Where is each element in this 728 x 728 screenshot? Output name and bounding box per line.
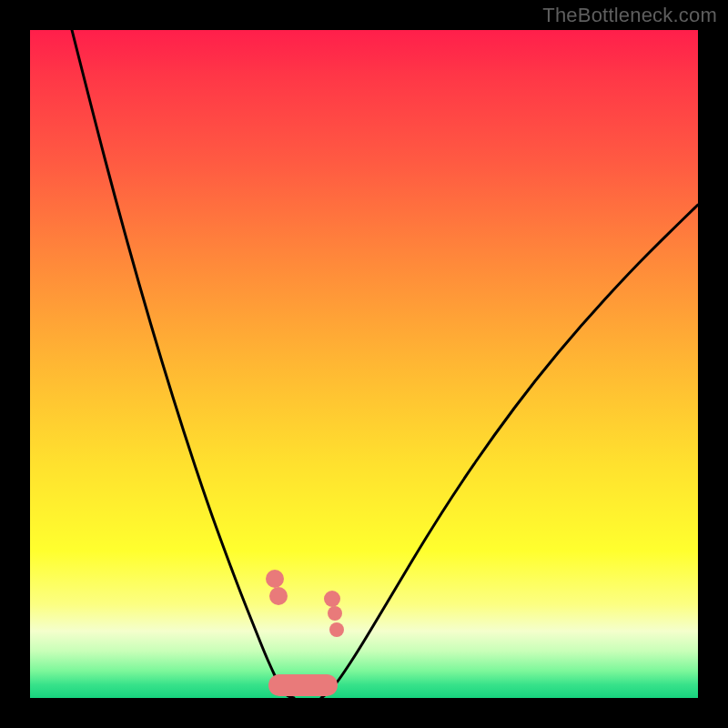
plot-area: [30, 30, 698, 698]
data-marker-5: [329, 622, 344, 637]
curve-right-curve: [321, 205, 698, 698]
data-marker-2: [268, 674, 338, 696]
curve-left-curve: [72, 30, 294, 698]
curve-group: [72, 30, 698, 698]
marker-group: [266, 570, 344, 696]
data-marker-3: [324, 591, 340, 607]
curves-svg: [30, 30, 698, 698]
watermark-text: TheBottleneck.com: [542, 4, 717, 27]
data-marker-0: [266, 570, 284, 588]
data-marker-4: [328, 606, 342, 621]
chart-frame: TheBottleneck.com: [0, 0, 728, 728]
data-marker-1: [269, 587, 288, 605]
